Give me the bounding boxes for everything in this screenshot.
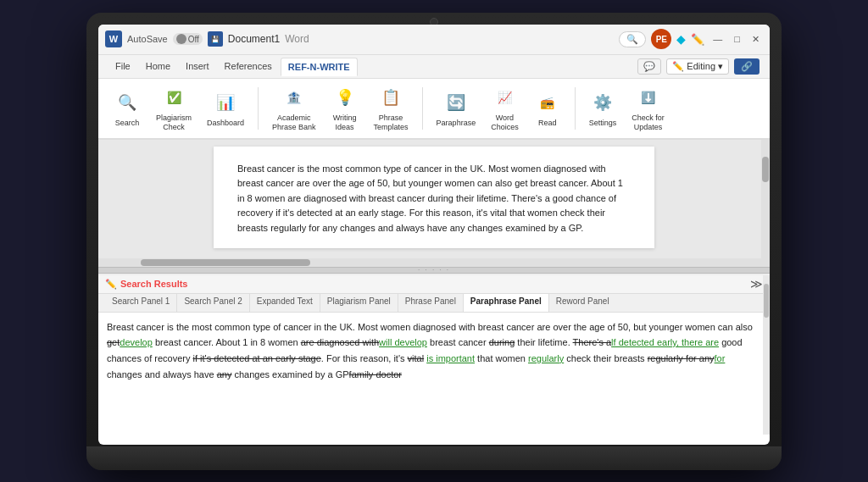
word-choices-btn[interactable]: 📈 WordChoices	[486, 80, 524, 136]
panel-tab-paraphrase[interactable]: Paraphrase Panel	[464, 294, 549, 312]
close-button[interactable]: ✕	[748, 34, 763, 45]
text-strikethrough-ifsdetected: if it's detected at an early stage	[193, 353, 321, 363]
panel-tab-reword[interactable]: Reword Panel	[549, 294, 616, 312]
search-btn-label: Search	[115, 119, 140, 128]
tab-references[interactable]: References	[218, 58, 279, 75]
text-develop: develop	[120, 337, 153, 347]
settings-btn-label: Settings	[589, 119, 617, 128]
collapse-button[interactable]: ≫	[750, 277, 763, 291]
document-text: Breast cancer is the most common type of…	[237, 163, 623, 233]
horizontal-scrollbar-thumb[interactable]	[141, 259, 310, 266]
pen-icon[interactable]: ✏️	[691, 33, 704, 46]
text-regularly: regularly	[528, 353, 564, 363]
text-strikethrough-doctor: family doctor	[349, 369, 402, 380]
horizontal-scrollbar[interactable]	[98, 258, 770, 267]
word-choices-icon: 📈	[491, 84, 518, 111]
plagiarism-btn[interactable]: ✅ PlagiarismCheck	[151, 80, 197, 136]
check-updates-btn-label: Check forUpdates	[632, 114, 665, 132]
paraphrase-btn[interactable]: 🔄 Paraphrase	[431, 86, 481, 131]
divider-3	[575, 87, 576, 130]
pencil-icon: ✏️	[105, 279, 117, 290]
phrase-bank-btn[interactable]: 🏦 AcademicPhrase Bank	[267, 80, 321, 136]
check-updates-icon: ⬇️	[634, 84, 661, 111]
editing-icon: ✏️	[672, 61, 684, 72]
text-strikethrough-any: any	[217, 369, 232, 380]
search-btn[interactable]: 🔍 Search	[108, 86, 146, 131]
writing-ideas-btn[interactable]: 💡 WritingIdeas	[326, 80, 364, 136]
panel-tab-expanded[interactable]: Expanded Text	[250, 294, 320, 312]
panel-divider[interactable]: · · · · ·	[98, 267, 770, 274]
settings-icon: ⚙️	[589, 89, 616, 116]
dashboard-icon: 📊	[212, 89, 239, 116]
editing-label: Editing	[687, 61, 715, 71]
comment-button[interactable]: 💬	[637, 58, 661, 75]
text-part-2: breast cancer. About 1 in 8 women	[153, 337, 301, 347]
word-choices-btn-label: WordChoices	[491, 114, 519, 132]
vertical-scrollbar[interactable]	[761, 140, 770, 258]
text-part-1: Breast cancer is the most common type of…	[107, 322, 753, 332]
diamond-icon[interactable]: ◆	[676, 32, 686, 46]
search-panel-header: ✏️ Search Results ≫	[98, 275, 770, 294]
minimize-button[interactable]: —	[709, 34, 726, 44]
panel-tabs: Search Panel 1 Search Panel 2 Expanded T…	[98, 294, 770, 313]
tab-refnwrite[interactable]: REF-N-WRITE	[281, 58, 358, 76]
phrase-templates-btn[interactable]: 📋 PhraseTemplates	[369, 80, 414, 136]
text-for: for	[715, 353, 726, 363]
panel-scrollbar-thumb[interactable]	[764, 284, 769, 318]
editing-button[interactable]: ✏️ Editing ▾	[666, 58, 729, 75]
dashboard-btn[interactable]: 📊 Dashboard	[202, 86, 249, 131]
text-strikethrough-theres: There's a	[573, 337, 612, 347]
avatar: PE	[651, 29, 671, 49]
document-page[interactable]: Breast cancer is the most common type of…	[214, 147, 654, 248]
phrase-templates-btn-label: PhraseTemplates	[374, 114, 409, 132]
tab-file[interactable]: File	[108, 58, 137, 75]
text-strikethrough-vital: vital	[408, 353, 425, 363]
text-will-develop: will develop	[379, 337, 427, 347]
text-strikethrough-during: during	[489, 337, 515, 347]
text-part-8: check their breasts	[564, 353, 647, 363]
title-bar: W AutoSave Off 💾 Document1 Word 🔍 PE ◆ ✏…	[98, 25, 770, 55]
paraphrase-btn-label: Paraphrase	[437, 119, 476, 128]
phrase-templates-icon: 📋	[377, 84, 404, 111]
panel-tab-search2[interactable]: Search Panel 2	[177, 294, 249, 312]
tab-insert[interactable]: Insert	[179, 58, 216, 75]
ribbon-tab-bar: File Home Insert References REF-N-WRITE …	[98, 55, 770, 79]
search-content: Breast cancer is the most common type of…	[98, 313, 770, 435]
text-strikethrough-regularly: regularly for any	[648, 353, 715, 363]
scrollbar-thumb[interactable]	[762, 157, 769, 182]
plagiarism-btn-label: PlagiarismCheck	[156, 114, 192, 132]
plagiarism-icon: ✅	[160, 84, 187, 111]
text-part-9: changes and always have	[107, 369, 217, 380]
panel-tab-search1[interactable]: Search Panel 1	[105, 294, 177, 312]
search-results-label: Search Results	[120, 279, 187, 289]
save-icon[interactable]: 💾	[208, 31, 223, 47]
search-icon: 🔍	[626, 34, 638, 45]
text-part-6: . For this reason, it's	[321, 353, 408, 363]
read-btn[interactable]: 📻 Read	[529, 86, 566, 131]
divider-2	[422, 87, 423, 130]
read-icon: 📻	[534, 89, 561, 116]
text-part-3: breast cancer	[427, 337, 489, 347]
settings-btn[interactable]: ⚙️ Settings	[584, 86, 622, 131]
title-search[interactable]: 🔍	[619, 31, 646, 47]
text-is-important: is important	[426, 353, 475, 363]
screen: W AutoSave Off 💾 Document1 Word 🔍 PE ◆ ✏…	[98, 25, 770, 445]
check-updates-btn[interactable]: ⬇️ Check forUpdates	[626, 80, 670, 136]
doc-name: Document1	[228, 33, 280, 45]
share-button[interactable]: 🔗	[734, 58, 760, 75]
restore-button[interactable]: □	[731, 34, 743, 44]
document-area: Breast cancer is the most common type of…	[98, 140, 770, 258]
text-strikethrough-diagnosed: are diagnosed with	[301, 337, 379, 347]
text-strikethrough-get: get	[107, 337, 120, 347]
ribbon-toolbar: 🔍 Search ✅ PlagiarismCheck 📊 Dashboard 🏦…	[98, 79, 770, 140]
panel-tab-plagiarism[interactable]: Plagiarism Panel	[320, 294, 398, 312]
tab-home[interactable]: Home	[139, 58, 177, 75]
phrase-bank-btn-label: AcademicPhrase Bank	[272, 114, 316, 132]
autosave-label: AutoSave	[127, 34, 168, 44]
autosave-toggle[interactable]: Off	[173, 33, 203, 45]
panel-tab-phrase[interactable]: Phrase Panel	[398, 294, 464, 312]
panel-scrollbar[interactable]	[763, 275, 770, 435]
laptop-base	[86, 446, 782, 470]
toggle-label: Off	[188, 35, 199, 44]
phrase-bank-icon: 🏦	[281, 84, 308, 111]
